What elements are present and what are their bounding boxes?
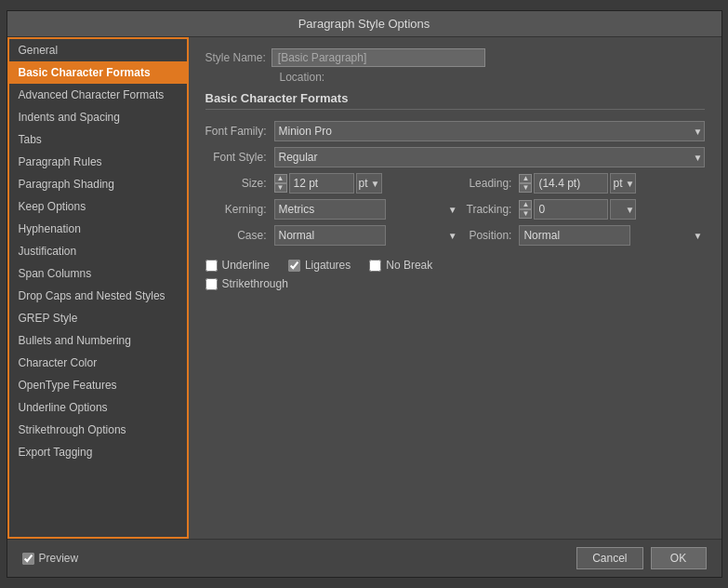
form-grid: Font Family: Minion Pro ▼ Font Style: Re… [205, 121, 705, 246]
underline-checkbox-item[interactable]: Underline [205, 259, 270, 272]
preview-check[interactable]: Preview [22, 552, 79, 565]
font-style-select-wrapper[interactable]: Regular ▼ [274, 147, 705, 167]
leading-down-button[interactable]: ▼ [519, 183, 532, 193]
checkboxes-row-2: Strikethrough [205, 277, 705, 290]
kerning-select-wrapper[interactable]: Metrics ▼ [274, 199, 459, 220]
style-name-label: Style Name: [205, 51, 266, 64]
ligatures-label: Ligatures [305, 259, 351, 272]
sidebar-item-14[interactable]: Character Color [9, 352, 187, 374]
kerning-select[interactable]: Metrics [274, 199, 386, 220]
strikethrough-label: Strikethrough [222, 277, 288, 290]
location-label: Location: [280, 71, 325, 84]
ligatures-checkbox-item[interactable]: Ligatures [288, 259, 351, 272]
sidebar-item-5[interactable]: Paragraph Rules [9, 151, 187, 173]
font-family-select-wrapper[interactable]: Minion Pro ▼ [274, 121, 705, 141]
position-select-wrapper[interactable]: Normal ▼ [519, 225, 704, 246]
ok-button[interactable]: OK [651, 547, 707, 569]
no-break-checkbox[interactable] [369, 260, 381, 272]
style-name-row: Style Name: [205, 48, 705, 67]
tracking-label: Tracking: [467, 203, 512, 216]
sidebar: GeneralBasic Character FormatsAdvanced C… [7, 37, 189, 539]
size-unit-select[interactable]: pt [356, 173, 382, 194]
font-style-select[interactable]: Regular [274, 147, 705, 167]
cancel-button[interactable]: Cancel [576, 547, 642, 569]
sidebar-item-7[interactable]: Keep Options [9, 195, 187, 218]
tracking-input[interactable] [534, 199, 608, 220]
size-spinner-buttons: ▲ ▼ [274, 174, 287, 193]
ligatures-checkbox[interactable] [288, 260, 300, 272]
sidebar-item-15[interactable]: OpenType Features [9, 374, 187, 396]
size-control[interactable]: ▲ ▼ pt ▼ [274, 173, 459, 194]
sidebar-item-6[interactable]: Paragraph Shading [9, 173, 187, 195]
case-label: Case: [205, 229, 267, 242]
dialog-title: Paragraph Style Options [7, 11, 721, 37]
content-area: Style Name: Location: Basic Character Fo… [189, 37, 721, 539]
tracking-spinner-buttons: ▲ ▼ [519, 200, 532, 219]
leading-label: Leading: [467, 177, 512, 190]
section-title: Basic Character Formats [205, 91, 705, 110]
font-family-select[interactable]: Minion Pro [274, 121, 705, 141]
position-arrow-icon: ▼ [694, 231, 703, 241]
footer-buttons: Cancel OK [576, 547, 706, 569]
sidebar-item-4[interactable]: Tabs [9, 128, 187, 151]
sidebar-item-10[interactable]: Span Columns [9, 262, 187, 285]
preview-label: Preview [39, 552, 79, 565]
strikethrough-checkbox[interactable] [205, 278, 218, 290]
no-break-label: No Break [386, 259, 432, 272]
style-name-input[interactable] [271, 48, 485, 67]
position-label: Position: [467, 229, 512, 242]
tracking-unit-select[interactable] [610, 199, 636, 220]
strikethrough-checkbox-item[interactable]: Strikethrough [205, 277, 288, 290]
position-select[interactable]: Normal [519, 225, 630, 246]
case-select-wrapper[interactable]: Normal ▼ [274, 225, 459, 246]
dialog-body: GeneralBasic Character FormatsAdvanced C… [7, 37, 721, 539]
kerning-arrow-icon: ▼ [448, 205, 457, 215]
sidebar-item-13[interactable]: Bullets and Numbering [9, 329, 187, 352]
dialog-footer: Preview Cancel OK [7, 539, 721, 577]
kerning-label: Kerning: [205, 203, 267, 216]
sidebar-item-18[interactable]: Export Tagging [9, 441, 187, 463]
leading-input[interactable] [534, 173, 608, 194]
checkboxes-row-1: Underline Ligatures No Break [205, 259, 705, 272]
sidebar-item-9[interactable]: Justification [9, 240, 187, 262]
leading-unit-select[interactable]: pt [610, 173, 636, 194]
size-down-button[interactable]: ▼ [274, 183, 287, 193]
tracking-control[interactable]: ▲ ▼ ▼ [519, 199, 704, 220]
sidebar-item-17[interactable]: Strikethrough Options [9, 419, 187, 441]
leading-spinner-buttons: ▲ ▼ [519, 174, 532, 193]
leading-up-button[interactable]: ▲ [519, 174, 532, 183]
underline-label: Underline [222, 259, 270, 272]
font-style-label: Font Style: [205, 151, 267, 164]
font-family-label: Font Family: [205, 125, 267, 138]
paragraph-style-dialog: Paragraph Style Options GeneralBasic Cha… [7, 10, 722, 578]
sidebar-item-12[interactable]: GREP Style [9, 307, 187, 329]
case-select[interactable]: Normal [274, 225, 386, 246]
case-arrow-icon: ▼ [448, 231, 457, 241]
size-up-button[interactable]: ▲ [274, 174, 287, 183]
preview-checkbox[interactable] [22, 553, 34, 565]
sidebar-item-11[interactable]: Drop Caps and Nested Styles [9, 285, 187, 307]
sidebar-item-1[interactable]: Basic Character Formats [9, 61, 187, 84]
sidebar-item-3[interactable]: Indents and Spacing [9, 106, 187, 128]
size-label: Size: [205, 177, 267, 190]
sidebar-item-2[interactable]: Advanced Character Formats [9, 84, 187, 106]
location-row: Location: [280, 71, 705, 84]
tracking-down-button[interactable]: ▼ [519, 209, 532, 219]
sidebar-item-16[interactable]: Underline Options [9, 396, 187, 419]
size-input[interactable] [289, 173, 354, 194]
no-break-checkbox-item[interactable]: No Break [369, 259, 432, 272]
underline-checkbox[interactable] [205, 260, 218, 272]
sidebar-item-0[interactable]: General [9, 39, 187, 61]
tracking-up-button[interactable]: ▲ [519, 200, 532, 209]
sidebar-item-8[interactable]: Hyphenation [9, 218, 187, 240]
leading-control[interactable]: ▲ ▼ pt ▼ [519, 173, 704, 194]
